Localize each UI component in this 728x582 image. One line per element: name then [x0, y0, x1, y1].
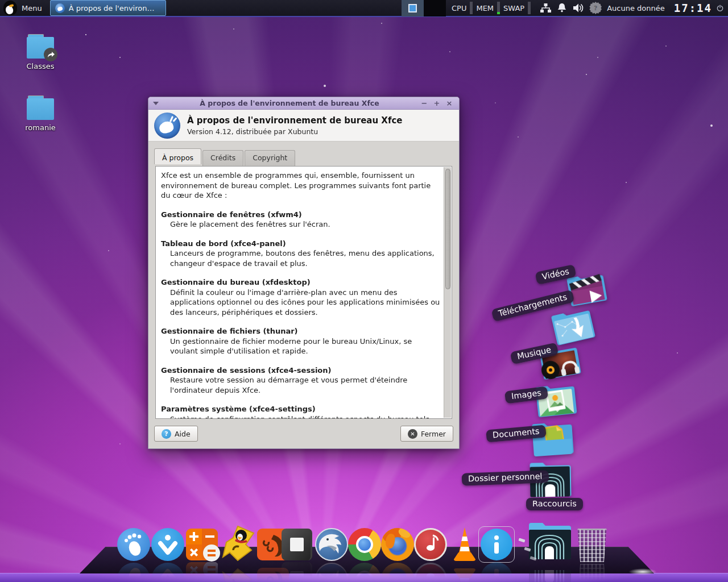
- dialog-header: À propos de l'environnement de bureau Xf…: [148, 110, 459, 142]
- section-desc: Définit la couleur ou l'image d'arrière-…: [161, 288, 441, 318]
- section-title: Gestionnaire de fenêtres (xfwm4): [161, 210, 441, 220]
- window-titlebar[interactable]: À propos de l'environnement de bureau Xf…: [148, 97, 459, 110]
- menu-label: Menu: [22, 4, 42, 13]
- dock-software-updater-icon[interactable]: [151, 528, 184, 561]
- xfce-task-icon: [55, 3, 65, 13]
- stack-label-raccourcis[interactable]: Raccourcis: [526, 498, 583, 510]
- minimize-button[interactable]: −: [419, 99, 429, 107]
- dialog-title: À propos de l'environnement de bureau Xf…: [187, 115, 403, 126]
- folder-icon: [27, 34, 54, 59]
- dock-vlc-icon[interactable]: [448, 526, 481, 564]
- section-title: Gestionnaire du bureau (xfdesktop): [161, 277, 441, 288]
- weather-no-data-icon[interactable]: ?: [589, 2, 602, 14]
- help-button-label: Aide: [175, 430, 191, 438]
- dialog-subtitle: Version 4.12, distribuée par Xubuntu: [187, 127, 403, 136]
- window-menu-icon[interactable]: [153, 102, 159, 105]
- section-desc: Système de configuration contrôlant diff…: [161, 414, 441, 419]
- dock-gnome-foot-icon[interactable]: [117, 528, 150, 561]
- section-desc: Lanceurs de programme, boutons des fenêt…: [161, 248, 441, 268]
- shortcut-arrow-emblem-icon: [44, 48, 57, 61]
- dialog-button-row: ? Aide ✕ Fermer: [148, 419, 459, 448]
- fermer-button-label: Fermer: [421, 430, 446, 438]
- mem-label: MEM: [476, 4, 494, 13]
- dock-glow: [628, 568, 657, 575]
- desktop-icon-label: romanie: [13, 123, 68, 132]
- workspace-switcher[interactable]: [402, 0, 446, 16]
- dock-chrome-icon[interactable]: [348, 528, 381, 561]
- panel-clock[interactable]: 17:14: [668, 2, 717, 14]
- section-title: Paramètres système (xfce4-settings): [161, 404, 441, 414]
- close-button[interactable]: ×: [444, 99, 454, 107]
- section-settings: Paramètres système (xfce4-settings) Syst…: [161, 404, 441, 418]
- screen-bottom-band: [0, 573, 728, 582]
- swap-label: SWAP: [503, 4, 524, 13]
- documents-folder-icon[interactable]: [531, 418, 574, 461]
- section-title: Gestionnaire de fichiers (thunar): [161, 326, 441, 336]
- dock-about-info-icon[interactable]: [481, 529, 512, 560]
- scrollbar[interactable]: [444, 167, 451, 418]
- section-session: Gestionnaire de sessions (xfce4-session)…: [161, 365, 441, 396]
- section-xfwm4: Gestionnaire de fenêtres (xfwm4) Gère le…: [161, 210, 441, 230]
- top-panel: Menu À propos de l'environnement... CPU …: [0, 0, 728, 17]
- about-text-frame: Xfce est un ensemble de programmes qui, …: [155, 166, 452, 419]
- volume-icon[interactable]: [573, 2, 584, 14]
- network-icon[interactable]: [540, 2, 551, 14]
- section-desc: Restaure votre session au démarrage et v…: [161, 375, 441, 395]
- tab-bar: À propos Crédits Copyright: [148, 142, 459, 166]
- dock-firefox-icon[interactable]: [381, 528, 414, 561]
- workspace-1[interactable]: [402, 0, 424, 16]
- taskbar-window-button[interactable]: À propos de l'environnement...: [50, 0, 166, 16]
- intro-paragraph: Xfce est un ensemble de programmes qui, …: [161, 171, 441, 201]
- section-thunar: Gestionnaire de fichiers (thunar) Un ges…: [161, 326, 441, 356]
- power-icon[interactable]: [717, 2, 728, 14]
- about-xfce-window: À propos de l'environnement de bureau Xf…: [148, 97, 460, 449]
- about-text: Xfce est un ensemble de programmes qui, …: [156, 167, 444, 418]
- desktop-icon-classes[interactable]: Classes: [13, 34, 68, 70]
- weather-status-text: Aucune donnée: [607, 4, 665, 13]
- section-panel: Tableau de bord (xfce4-panel) Lanceurs d…: [161, 239, 441, 269]
- cpu-meter: [470, 2, 473, 14]
- workspace-2[interactable]: [424, 0, 446, 16]
- maximize-button[interactable]: +: [432, 99, 442, 107]
- desktop-icon-label: Classes: [13, 62, 68, 70]
- workspace-window-thumb: [408, 4, 417, 13]
- dock-calculator-icon[interactable]: [186, 529, 218, 560]
- mem-meter-fill: [497, 12, 500, 14]
- section-xfdesktop: Gestionnaire du bureau (xfdesktop) Défin…: [161, 277, 441, 317]
- section-title: Tableau de bord (xfce4-panel): [161, 239, 441, 249]
- dock-eagle-browser-icon[interactable]: [315, 528, 348, 561]
- window-title: À propos de l'environnement de bureau Xf…: [162, 99, 417, 107]
- dock-trash-icon[interactable]: [576, 526, 609, 562]
- swap-meter: [528, 2, 531, 14]
- mem-meter: [497, 2, 500, 14]
- section-title: Gestionnaire de sessions (xfce4-session): [161, 365, 441, 376]
- penguin-menu-icon: [3, 1, 17, 15]
- folder-icon: [27, 95, 54, 120]
- system-tray: ? Aucune donnée: [536, 2, 668, 14]
- help-icon: ?: [162, 429, 171, 439]
- close-circle-icon: ✕: [408, 429, 417, 439]
- weather-question-glyph: ?: [594, 5, 597, 12]
- scrollbar-thumb[interactable]: [445, 169, 450, 289]
- system-load-monitor[interactable]: CPU MEM SWAP: [446, 2, 536, 14]
- applications-menu-button[interactable]: Menu: [0, 0, 49, 16]
- wallpaper-stars: [85, 34, 86, 35]
- dock-screen-recorder-icon[interactable]: [282, 529, 312, 560]
- cpu-label: CPU: [452, 4, 466, 13]
- section-desc: Gère le placement des fenêtres sur l'écr…: [161, 219, 441, 230]
- tab-credits[interactable]: Crédits: [202, 150, 243, 166]
- xfce-logo-icon: [154, 113, 180, 139]
- dock-tux-game-icon[interactable]: [221, 525, 256, 564]
- notifications-bell-icon[interactable]: [556, 2, 568, 14]
- images-folder-icon[interactable]: [534, 380, 578, 422]
- section-desc: Un gestionnaire de fichier moderne pour …: [161, 336, 441, 356]
- fermer-button[interactable]: ✕ Fermer: [400, 426, 453, 442]
- tab-copyright[interactable]: Copyright: [245, 150, 295, 166]
- help-button[interactable]: ? Aide: [154, 426, 198, 442]
- tab-a-propos[interactable]: À propos: [154, 148, 201, 164]
- taskbar-window-label: À propos de l'environnement...: [69, 4, 159, 13]
- dock-music-player-icon[interactable]: [414, 528, 447, 561]
- desktop-icon-romanie[interactable]: romanie: [13, 95, 68, 132]
